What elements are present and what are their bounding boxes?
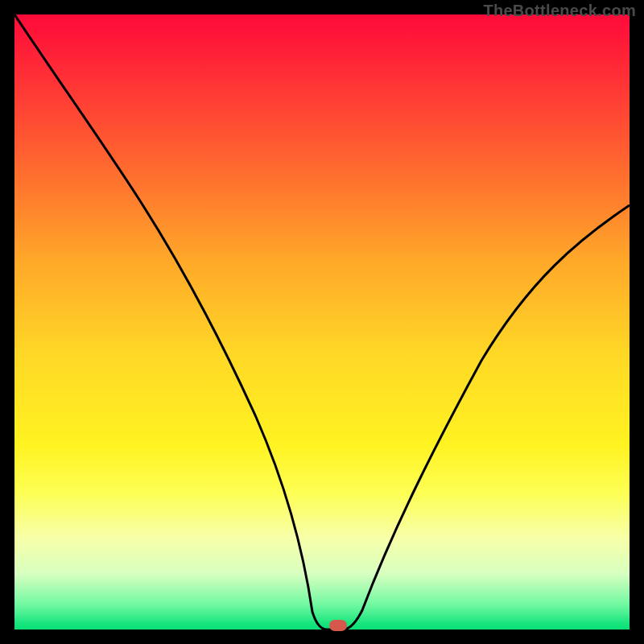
curve-layer [14,14,630,630]
watermark-text: TheBottleneck.com [483,2,636,20]
bottleneck-curve [14,14,630,630]
chart-frame: TheBottleneck.com [0,0,644,644]
optimal-marker [329,620,347,631]
